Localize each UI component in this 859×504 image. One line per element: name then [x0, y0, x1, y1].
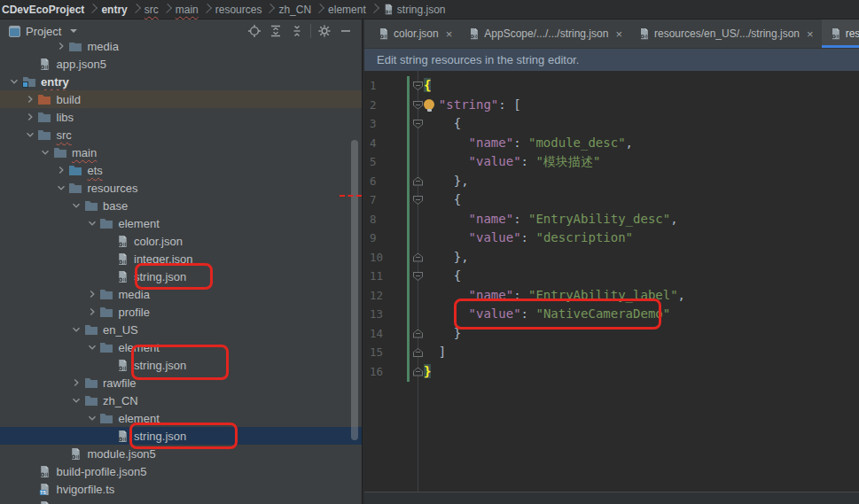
tree-item-element[interactable]: element [0, 338, 362, 356]
chevron-down-icon[interactable] [69, 198, 83, 213]
code-line-6[interactable]: }, [424, 172, 469, 191]
fold-open-icon[interactable] [413, 196, 423, 205]
chevron-down-icon[interactable] [85, 411, 99, 425]
settings-gear-icon[interactable] [314, 21, 335, 41]
tree-item-ets[interactable]: ets [0, 161, 362, 179]
locate-icon[interactable] [244, 21, 265, 41]
editor-tab-resources-zh-cn-string-json[interactable]: resources/zh_CN/.../string.json [822, 19, 859, 48]
collapse-all-icon[interactable] [286, 21, 308, 41]
tree-item-integer-json[interactable]: integer.json [0, 250, 362, 268]
close-tab-icon[interactable]: × [807, 27, 814, 41]
code-punctuation: { [424, 268, 461, 283]
code-line-16[interactable]: } [424, 362, 431, 382]
tree-item-module-json5[interactable]: module.json5 [0, 445, 362, 462]
chevron-right-icon[interactable] [54, 163, 68, 177]
fold-close-icon[interactable] [413, 177, 423, 186]
breadcrumb-item-zh-cn[interactable]: zh_CN [278, 4, 311, 16]
breadcrumb-label: element [328, 4, 366, 16]
code-line-10[interactable]: }, [424, 248, 469, 268]
tree-item-string-json[interactable]: string.json [0, 356, 362, 374]
chevron-down-icon[interactable] [23, 128, 37, 142]
tree-item-profile[interactable]: profile [0, 303, 362, 321]
editor-tab-resources-en-us-string-json[interactable]: resources/en_US/.../string.json× [630, 19, 822, 48]
tree-item-element[interactable]: element [0, 409, 362, 427]
tree-item-app-json5[interactable]: app.json5 [0, 55, 362, 73]
fold-close-icon[interactable] [413, 330, 423, 338]
editor-tab-color-json[interactable]: color.json× [370, 19, 460, 48]
chevron-down-icon[interactable] [85, 216, 99, 230]
line-number: 1 [370, 76, 396, 96]
tree-item-resources[interactable]: resources [0, 179, 362, 197]
chevron-down-icon[interactable] [38, 145, 52, 159]
chevron-down-icon[interactable] [54, 181, 68, 195]
code-editor[interactable]: 1{2 "string": [3 {4 "name": "module_desc… [364, 71, 859, 492]
fold-open-icon[interactable] [413, 81, 423, 90]
tree-item-entry[interactable]: entry [0, 73, 362, 90]
tree-item-string-json[interactable]: string.json [0, 427, 362, 445]
project-tool-window-tab[interactable]: Project [5, 23, 81, 40]
editor-tab-appscope-string-json[interactable]: AppScope/.../.../string.json× [460, 19, 630, 48]
fold-close-icon[interactable] [413, 253, 423, 262]
code-line-13[interactable]: "value": "NativeCameraDemo" [424, 305, 670, 324]
module-icon [21, 74, 36, 89]
code-line-12[interactable]: "name": "EntryAbility_label", [424, 286, 685, 306]
tree-item-en-us[interactable]: en_US [0, 321, 362, 338]
breadcrumb-item-entry[interactable]: entry [101, 4, 127, 16]
code-line-15[interactable]: ] [424, 343, 446, 362]
tree-item-src[interactable]: src [0, 126, 362, 143]
fold-close-icon[interactable] [413, 348, 423, 357]
chevron-right-icon[interactable] [85, 305, 99, 319]
panel-splitter[interactable] [362, 19, 364, 504]
fold-open-icon[interactable] [413, 272, 423, 281]
fold-open-icon[interactable] [413, 101, 423, 110]
code-line-4[interactable]: "name": "module_desc", [424, 134, 633, 153]
tree-item-string-json[interactable]: string.json [0, 268, 362, 285]
tree-item-rawfile[interactable]: rawfile [0, 374, 362, 392]
code-line-14[interactable]: } [424, 324, 461, 344]
breadcrumb-item-src[interactable]: src [144, 4, 159, 16]
code-line-8[interactable]: "name": "EntryAbility_desc", [424, 210, 678, 229]
chevron-right-icon[interactable] [23, 92, 37, 106]
tree-item-libs[interactable]: libs [0, 108, 362, 126]
json-icon [37, 500, 52, 504]
line-number: 5 [370, 152, 396, 172]
breadcrumb-item-main[interactable]: main [176, 4, 199, 16]
chevron-right-icon[interactable] [69, 376, 83, 390]
tree-item-base[interactable]: base [0, 197, 362, 214]
tree-item-media[interactable]: media [0, 285, 362, 303]
code-line-11[interactable]: { [424, 267, 461, 286]
breadcrumb-item-string-json[interactable]: string.json [383, 4, 446, 16]
expand-all-icon[interactable] [265, 21, 286, 41]
tree-item-partial[interactable] [0, 498, 362, 504]
code-line-5[interactable]: "value": "模块描述" [424, 152, 600, 172]
tree-item-build-profile-json5[interactable]: build-profile.json5 [0, 462, 362, 480]
chevron-down-icon[interactable] [69, 393, 83, 407]
fold-close-icon[interactable] [413, 368, 423, 376]
chevron-right-icon[interactable] [23, 110, 37, 124]
fold-open-icon[interactable] [413, 120, 423, 128]
breadcrumb-item-element[interactable]: element [328, 4, 366, 16]
tree-item-build[interactable]: build [0, 90, 362, 108]
tree-item-color-json[interactable]: color.json [0, 232, 362, 250]
chevron-down-icon[interactable] [69, 322, 83, 337]
chevron-down-icon[interactable] [85, 340, 99, 354]
tree-item-main[interactable]: main [0, 143, 362, 161]
code-line-1[interactable]: { [424, 76, 431, 96]
breadcrumb-item-cdevecoproject[interactable]: CDevEcoProject [2, 4, 84, 16]
project-scrollbar-thumb[interactable] [351, 140, 358, 440]
breadcrumb-item-resources[interactable]: resources [215, 4, 262, 16]
tree-item-zh-cn[interactable]: zh_CN [0, 392, 362, 409]
project-tab-icon [9, 26, 20, 37]
chevron-down-icon[interactable] [7, 74, 21, 89]
hide-panel-icon[interactable] [335, 21, 356, 41]
code-line-7[interactable]: { [424, 190, 461, 210]
chevron-right-icon[interactable] [85, 287, 99, 301]
code-line-3[interactable]: { [424, 114, 461, 134]
close-tab-icon[interactable]: × [446, 27, 453, 41]
code-line-2[interactable]: "string": [ [424, 96, 521, 115]
code-line-9[interactable]: "value": "description" [424, 229, 633, 248]
tree-item-hvigorfile-ts[interactable]: TShvigorfile.ts [0, 480, 362, 498]
tree-item-label: resources [88, 182, 138, 195]
tree-item-element[interactable]: element [0, 214, 362, 232]
close-tab-icon[interactable]: × [615, 27, 622, 41]
